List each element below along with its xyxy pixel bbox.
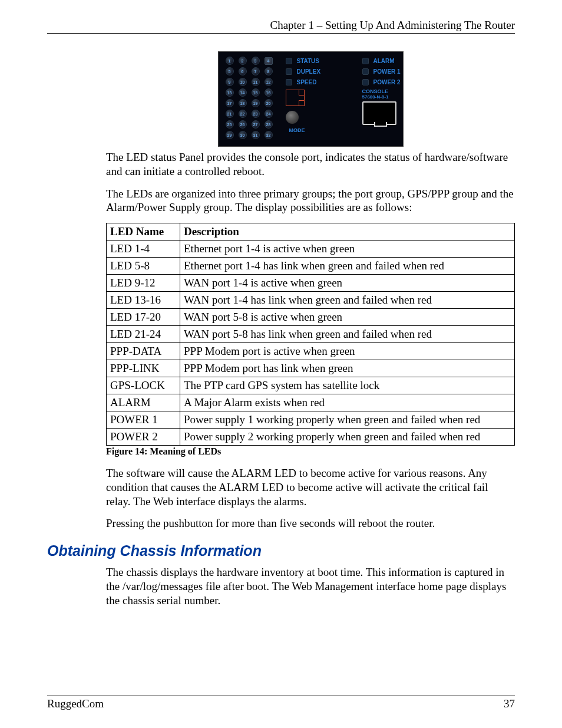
led-indicator-icon: 25 (226, 120, 234, 129)
led-indicator-icon: 21 (226, 110, 234, 118)
led-indicator-icon: 24 (265, 110, 273, 118)
table-row: POWER 2Power supply 2 working properly w… (107, 429, 515, 446)
cell-description: PPP Modem port has link when green (180, 360, 515, 377)
cell-description: Power supply 2 working properly when gre… (180, 429, 515, 446)
mode-button-icon (286, 111, 299, 124)
led-cell: 14 (236, 87, 249, 98)
speed-led-icon (286, 79, 292, 85)
led-indicator-icon: 26 (239, 120, 247, 129)
led-cell: 18 (236, 98, 249, 108)
power2-led-icon (362, 79, 369, 85)
led-indicator-icon: 1 (226, 57, 234, 65)
alarm-led-icon (362, 58, 369, 64)
led-cell: 30 (236, 130, 249, 140)
led-indicator-icon: 3 (252, 57, 260, 65)
led-cell: 1 (223, 55, 236, 66)
table-row: LED 13-16WAN port 1-4 has link when gree… (107, 292, 515, 309)
cell-led-name: POWER 1 (107, 411, 180, 429)
panel-mid-column: STATUS DUPLEX SPEED MODE (275, 55, 362, 143)
footer-page-number: 37 (504, 697, 515, 710)
cell-led-name: ALARM (107, 394, 180, 411)
cell-led-name: GPS-LOCK (107, 377, 180, 394)
cell-led-name: LED 13-16 (107, 292, 180, 309)
table-row: LED 9-12WAN port 1-4 is active when gree… (107, 275, 515, 292)
led-panel-diagram: 1234567891011121314151617181920212223242… (218, 51, 404, 147)
table-row: LED 17-20WAN port 5-8 is active when gre… (107, 309, 515, 326)
led-cell: 17 (223, 98, 236, 108)
console-port-icon (362, 101, 396, 125)
th-led-name: LED Name (107, 223, 180, 241)
cell-description: WAN port 1-4 is active when green (180, 275, 515, 292)
panel-right-column: ALARM POWER 1 POWER 2 CONSOLE 57600-N-8-… (362, 55, 406, 143)
led-cell: 26 (236, 119, 249, 130)
led-indicator-icon: 32 (265, 131, 273, 139)
led-cell: 15 (249, 87, 262, 98)
body-paragraph-4: Pressing the pushbutton for more than fi… (106, 516, 515, 531)
cell-led-name: LED 5-8 (107, 258, 180, 275)
cell-led-name: PPP-LINK (107, 360, 180, 377)
led-table: LED Name Description LED 1-4Ethernet por… (106, 223, 515, 446)
led-indicator-icon: 15 (252, 88, 260, 97)
cell-description: WAN port 5-8 has link when green and fai… (180, 326, 515, 343)
table-row: LED 21-24WAN port 5-8 has link when gree… (107, 326, 515, 343)
led-cell: 22 (236, 108, 249, 119)
cell-description: A Major Alarm exists when red (180, 394, 515, 411)
cell-description: Ethernet port 1-4 has link when green an… (180, 258, 515, 275)
mode-label: MODE (289, 127, 362, 133)
led-indicator-icon: 18 (239, 99, 247, 107)
led-indicator-icon: 8 (265, 67, 273, 75)
led-indicator-icon: 7 (252, 67, 260, 75)
led-indicator-icon: 10 (239, 78, 247, 86)
cell-description: PPP Modem port is active when green (180, 343, 515, 360)
cell-led-name: LED 21-24 (107, 326, 180, 343)
led-cell: 29 (223, 130, 236, 140)
figure-caption: Figure 14: Meaning of LEDs (106, 446, 515, 457)
led-cell: 23 (249, 108, 262, 119)
cell-led-name: LED 9-12 (107, 275, 180, 292)
cell-description: WAN port 5-8 is active when green (180, 309, 515, 326)
led-cell: 11 (249, 77, 262, 87)
table-row: GPS-LOCKThe PTP card GPS system has sate… (107, 377, 515, 394)
led-indicator-icon: 5 (226, 67, 234, 75)
page-header: Chapter 1 – Setting Up And Administering… (47, 19, 515, 34)
page-footer: RuggedCom 37 (47, 696, 515, 710)
led-cell: 9 (223, 77, 236, 87)
led-indicator-icon: 12 (265, 78, 273, 86)
body-paragraph-2: The LEDs are organized into three primar… (106, 187, 515, 215)
table-row: PPP-DATAPPP Modem port is active when gr… (107, 343, 515, 360)
table-row: LED 1-4Ethernet port 1-4 is active when … (107, 241, 515, 258)
led-cell: 28 (262, 119, 275, 130)
body-paragraph-5: The chassis displays the hardware invent… (106, 565, 515, 607)
duplex-led-icon (286, 68, 292, 75)
led-cell: 2 (236, 55, 249, 66)
console-label: CONSOLE (362, 88, 406, 94)
cell-description: WAN port 1-4 has link when green and fai… (180, 292, 515, 309)
led-cell: 31 (249, 130, 262, 140)
table-row: PPP-LINKPPP Modem port has link when gre… (107, 360, 515, 377)
led-indicator-icon: 27 (252, 120, 260, 129)
led-indicator-icon: 19 (252, 99, 260, 107)
led-cell: 6 (236, 66, 249, 77)
network-icon (286, 90, 305, 106)
cell-description: Ethernet port 1-4 is active when green (180, 241, 515, 258)
section-heading: Obtaining Chassis Information (47, 542, 515, 559)
led-indicator-icon: 23 (252, 110, 260, 118)
led-indicator-icon: 4 (265, 57, 273, 65)
led-cell: 27 (249, 119, 262, 130)
led-indicator-icon: 28 (265, 120, 273, 129)
table-row: POWER 1Power supply 1 working properly w… (107, 411, 515, 429)
led-indicator-icon: 14 (239, 88, 247, 97)
led-indicator-icon: 31 (252, 131, 260, 139)
led-indicator-icon: 22 (239, 110, 247, 118)
body-paragraph-1: The LED status Panel provides the consol… (106, 150, 515, 179)
led-indicator-icon: 2 (239, 57, 247, 65)
led-cell: 16 (262, 87, 275, 98)
led-cell: 24 (262, 108, 275, 119)
led-indicator-icon: 9 (226, 78, 234, 86)
led-indicator-icon: 17 (226, 99, 234, 107)
baud-label: 57600-N-8-1 (362, 94, 406, 100)
led-cell: 20 (262, 98, 275, 108)
status-label: STATUS (297, 58, 320, 64)
cell-led-name: PPP-DATA (107, 343, 180, 360)
led-indicator-icon: 13 (226, 88, 234, 97)
